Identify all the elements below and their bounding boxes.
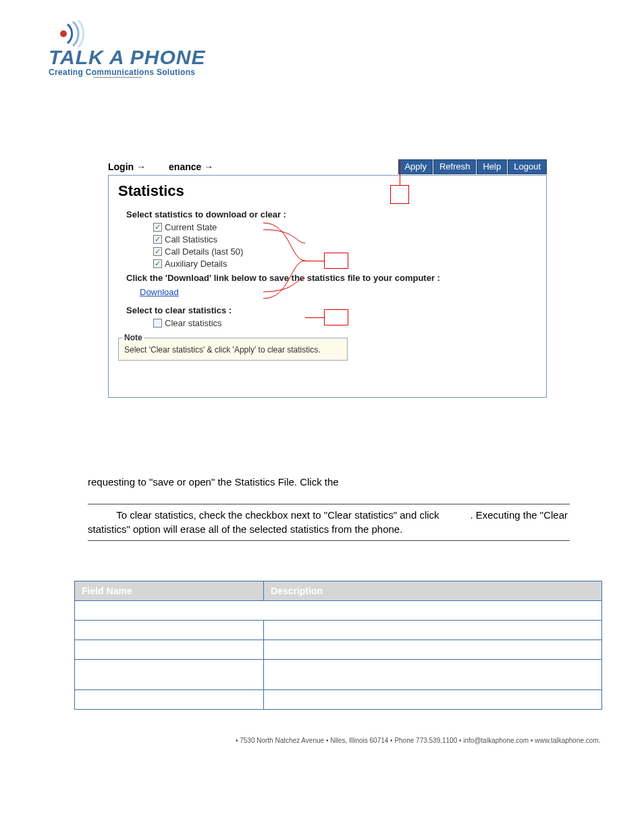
note-legend: Note: [123, 333, 144, 342]
refresh-button[interactable]: Refresh: [433, 159, 477, 174]
table-row: Last successful registrationThe timestam…: [75, 689, 602, 709]
table-caption: The following fields appear on the downl…: [88, 565, 603, 577]
checkbox-icon: [153, 319, 162, 328]
breadcrumb-bar: Login → Maintenance → enance → Statistic…: [108, 158, 547, 176]
label-select-download: Select statistics to download or clear :: [126, 209, 537, 219]
crumb-login[interactable]: Login → Maintenance → enance → Statistic…: [108, 161, 258, 172]
table-header-row: Field Name Description: [75, 581, 602, 600]
th-field: Field Name: [75, 581, 264, 600]
callout-a-line: [400, 161, 400, 185]
table-group-row: Current State: [75, 600, 602, 620]
cb-current-state[interactable]: ✓Current State: [153, 222, 537, 232]
table-row: Number of unsuccessful registration atte…: [75, 659, 602, 689]
table-row: ModeThe current Phone Mode of the phone.: [75, 620, 602, 640]
th-desc: Description: [264, 581, 602, 600]
checkbox-icon: ✓: [153, 259, 162, 268]
note-text: Select 'Clear statistics' & click 'Apply…: [124, 345, 321, 355]
table-row: Registration stateThe current VoIP regis…: [75, 640, 602, 659]
statistics-panel: Statistics Select statistics to download…: [108, 175, 547, 398]
panel-title: Statistics: [118, 182, 537, 200]
step-1: 1. After making a selection enter the fo…: [88, 127, 603, 150]
help-button[interactable]: Help: [477, 159, 507, 174]
callout-b-label: B: [332, 255, 338, 265]
download-link[interactable]: Download: [140, 287, 179, 297]
callout-c-label: C: [332, 312, 338, 322]
svg-point-0: [60, 30, 67, 37]
label-click-download: Click the 'Download' link below to save …: [126, 273, 537, 283]
rule: [93, 77, 142, 78]
page-number: 73: [41, 757, 563, 765]
logo-subtext: Creating Communications Solutions: [49, 68, 603, 77]
callout-c-line: [305, 317, 324, 318]
checkbox-icon: ✓: [153, 235, 162, 244]
firmware: Firmware v3.0.2: [93, 79, 603, 89]
callout-a-label: A: [394, 190, 400, 201]
callout-b-bracket: [263, 223, 311, 297]
group-current-state: Current State: [75, 600, 602, 620]
footer: Page 73 of 85 Rev 9/20/2012 Copyright 20…: [41, 737, 603, 752]
checkbox-icon: ✓: [153, 247, 162, 256]
screenshot-panel: Login → Maintenance → enance → Statistic…: [108, 158, 547, 398]
statistics-table: Field Name Description Current State Mod…: [74, 581, 602, 710]
section-heading: 4.21. Statistics: [74, 109, 603, 122]
note-bar: Note: To clear statistics, check the che…: [88, 504, 570, 541]
logo-icon: [49, 20, 96, 47]
cb-call-statistics[interactable]: ✓Call Statistics: [153, 234, 537, 244]
logout-button[interactable]: Logout: [508, 159, 547, 174]
checkbox-icon: ✓: [153, 223, 162, 232]
step-2: 2. Select the checkbox next to each stat…: [88, 417, 556, 444]
note-box: Note Select 'Clear statistics' & click '…: [118, 338, 348, 361]
step-3: 3. Click the Download link to begin the …: [88, 448, 556, 490]
apply-button[interactable]: Apply: [398, 159, 433, 174]
callout-c-line2: [185, 317, 305, 318]
